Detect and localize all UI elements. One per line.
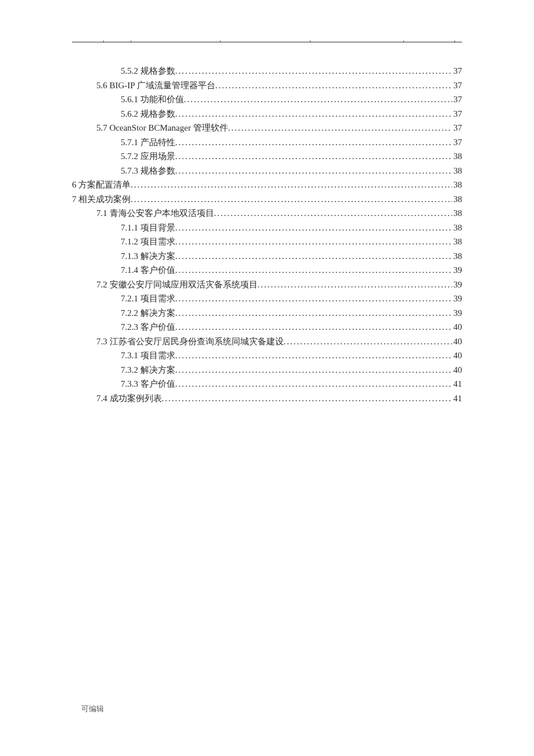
toc-entry-label: 7.3.3 客户价值	[121, 377, 175, 391]
toc-entry-page: 38	[452, 164, 462, 178]
toc-leader-dots	[215, 78, 452, 93]
toc-entry-label: 7 相关成功案例	[72, 192, 131, 207]
toc-entry: 7.3.2 解决方案40	[72, 363, 462, 377]
toc-entry: 5.7.1 产品特性37	[72, 135, 462, 150]
toc-entry: 5.7.2 应用场景38	[72, 149, 462, 164]
header-rule-tick	[403, 41, 404, 42]
header-rule-tick	[310, 41, 311, 42]
toc-entry-page: 41	[452, 377, 462, 391]
toc-leader-dots	[175, 221, 452, 235]
toc-entry: 7.2.2 解决方案39	[72, 306, 462, 321]
toc-entry: 5.6 BIG-IP 广域流量管理器平台37	[72, 78, 462, 93]
toc-entry-page: 38	[452, 249, 462, 264]
toc-leader-dots	[175, 64, 452, 78]
toc-entry-label: 7.3.1 项目需求	[121, 348, 175, 363]
toc-entry-page: 37	[452, 78, 462, 93]
toc-entry: 7.4 成功案例列表41	[72, 391, 462, 406]
toc-entry-page: 39	[452, 291, 462, 306]
toc-entry: 6 方案配置清单38	[72, 178, 462, 192]
toc-leader-dots	[175, 306, 452, 321]
toc-entry-label: 7.1.2 项目需求	[121, 235, 175, 249]
toc-leader-dots	[175, 320, 452, 334]
header-rule-tick	[103, 41, 104, 42]
toc-entry-label: 5.7.1 产品特性	[121, 135, 175, 150]
toc-entry-page: 39	[452, 306, 462, 321]
toc-leader-dots	[175, 263, 452, 278]
toc-entry-label: 7.4 成功案例列表	[96, 391, 162, 406]
toc-entry-page: 38	[452, 192, 462, 207]
toc-entry-label: 7.3.2 解决方案	[121, 363, 175, 377]
toc-entry-label: 5.5.2 规格参数	[121, 64, 175, 78]
toc-entry: 7.1.4 客户价值39	[72, 263, 462, 278]
header-rule-tick	[220, 41, 221, 42]
toc-leader-dots	[175, 291, 452, 306]
toc-entry-page: 38	[452, 235, 462, 249]
toc-entry: 7.2 安徽公安厅同城应用双活灾备系统项目39	[72, 278, 462, 292]
toc-entry-page: 37	[452, 121, 462, 135]
toc-entry-label: 7.2.2 解决方案	[121, 306, 175, 321]
toc-entry: 7.3 江苏省公安厅居民身份查询系统同城灾备建设40	[72, 334, 462, 349]
toc-leader-dots	[131, 178, 452, 192]
toc-entry: 7.1.2 项目需求38	[72, 235, 462, 249]
toc-entry: 5.7 OceanStor BCManager 管理软件37	[72, 121, 462, 135]
toc-entry: 5.6.1 功能和价值37	[72, 92, 462, 107]
toc-entry: 7.1.3 解决方案38	[72, 249, 462, 264]
toc-leader-dots	[175, 149, 452, 164]
toc-leader-dots	[162, 391, 453, 406]
toc-entry-label: 6 方案配置清单	[72, 178, 131, 192]
document-page: 5.5.2 规格参数375.6 BIG-IP 广域流量管理器平台375.6.1 …	[0, 0, 534, 756]
header-rule	[72, 42, 462, 42]
toc-entry-label: 7.3 江苏省公安厅居民身份查询系统同城灾备建设	[96, 334, 284, 349]
header-rule-tick	[131, 41, 131, 42]
toc-entry-page: 38	[452, 206, 462, 221]
toc-leader-dots	[131, 192, 452, 207]
toc-leader-dots	[284, 334, 453, 349]
toc-entry-page: 38	[452, 178, 462, 192]
toc-leader-dots	[175, 377, 452, 391]
toc-entry-label: 7.2.3 客户价值	[121, 320, 175, 334]
toc-entry-label: 7.1.3 解决方案	[121, 249, 175, 264]
toc-entry-page: 38	[452, 149, 462, 164]
toc-leader-dots	[258, 278, 453, 292]
toc-entry-label: 7.2.1 项目需求	[121, 291, 175, 306]
toc-leader-dots	[175, 164, 452, 178]
toc-entry-label: 7.1.4 客户价值	[121, 263, 175, 278]
toc-entry: 7.2.3 客户价值40	[72, 320, 462, 334]
toc-leader-dots	[175, 249, 452, 264]
toc-leader-dots	[214, 206, 453, 221]
toc-entry: 7.3.3 客户价值41	[72, 377, 462, 391]
toc-entry-page: 37	[452, 64, 462, 78]
toc-entry-page: 37	[452, 135, 462, 150]
toc-entry: 7.3.1 项目需求40	[72, 348, 462, 363]
toc-entry: 7.2.1 项目需求39	[72, 291, 462, 306]
toc-entry: 5.6.2 规格参数37	[72, 107, 462, 121]
toc-entry-page: 40	[452, 334, 462, 349]
toc-entry-page: 40	[452, 348, 462, 363]
header-rule-tick	[454, 41, 455, 42]
toc-entry: 7 相关成功案例38	[72, 192, 462, 207]
toc-entry-label: 5.7 OceanStor BCManager 管理软件	[96, 121, 228, 135]
toc-entry: 5.7.3 规格参数38	[72, 164, 462, 178]
toc-entry-label: 7.1.1 项目背景	[121, 221, 175, 235]
toc-entry-label: 5.6.2 规格参数	[121, 107, 175, 121]
toc-leader-dots	[175, 135, 452, 150]
toc-entry-page: 40	[452, 363, 462, 377]
toc-entry-label: 5.6.1 功能和价值	[121, 92, 184, 107]
toc-leader-dots	[175, 235, 452, 249]
toc-entry: 7.1 青海公安客户本地双活项目38	[72, 206, 462, 221]
toc-entry-page: 37	[452, 107, 462, 121]
toc-leader-dots	[175, 348, 452, 363]
toc-leader-dots	[184, 92, 452, 107]
toc-content: 5.5.2 规格参数375.6 BIG-IP 广域流量管理器平台375.6.1 …	[72, 64, 462, 405]
toc-entry-page: 39	[452, 263, 462, 278]
toc-entry-label: 7.1 青海公安客户本地双活项目	[96, 206, 214, 221]
toc-leader-dots	[228, 121, 452, 135]
toc-entry-label: 5.7.2 应用场景	[121, 149, 175, 164]
toc-entry-page: 37	[452, 92, 462, 107]
footer-text: 可编辑	[81, 704, 104, 714]
toc-entry-label: 5.7.3 规格参数	[121, 164, 175, 178]
toc-entry-page: 39	[452, 278, 462, 292]
toc-entry-label: 7.2 安徽公安厅同城应用双活灾备系统项目	[96, 278, 258, 292]
toc-entry: 5.5.2 规格参数37	[72, 64, 462, 78]
toc-leader-dots	[175, 363, 452, 377]
